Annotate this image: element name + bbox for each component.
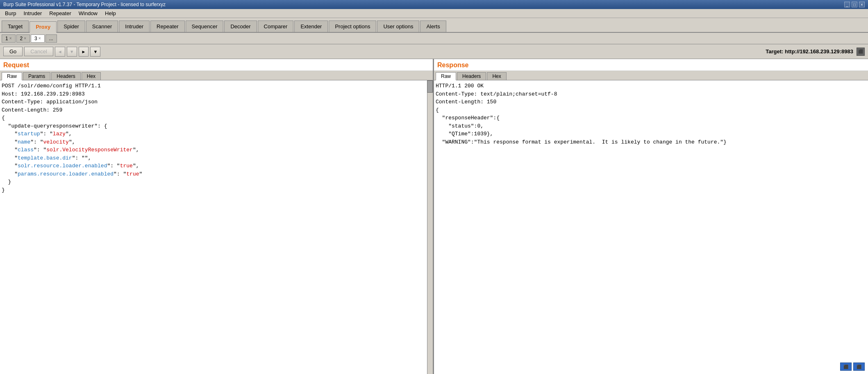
menubar-item-burp[interactable]: Burp [2,9,19,17]
main-tabs: TargetProxySpiderScannerIntruderRepeater… [0,18,868,33]
response-tab-hex[interactable]: Hex [487,72,506,80]
request-scroll-thumb[interactable] [427,80,433,93]
response-line: "responseHeader":{ [436,114,866,122]
sub-tab-close-2[interactable]: × [24,36,26,41]
response-title: Response [434,59,868,71]
request-tabs: RawParamsHeadersHex [0,71,433,80]
request-scrollbar[interactable] [427,80,433,374]
request-line: "template.base.dir": "", [2,154,425,162]
menubar: BurpIntruderRepeaterWindowHelp [0,9,868,18]
main-tab-spider[interactable]: Spider [57,21,85,32]
main-tab-repeater[interactable]: Repeater [150,21,184,32]
response-tab-headers[interactable]: Headers [457,72,486,80]
request-line: "solr.resource.loader.enabled": "true", [2,162,425,170]
menubar-item-window[interactable]: Window [75,9,101,17]
menubar-item-help[interactable]: Help [102,9,119,17]
maximize-button[interactable]: □ [852,2,857,7]
content-area: Request RawParamsHeadersHex POST /solr/d… [0,59,868,374]
response-line: { [436,106,866,114]
menubar-item-repeater[interactable]: Repeater [46,9,74,17]
main-tab-comparer[interactable]: Comparer [258,21,294,32]
minimize-button[interactable]: _ [844,2,850,7]
request-text: POST /solr/demo/config HTTP/1.1Host: 192… [2,82,425,194]
nav-back-button[interactable]: ◄ [55,47,65,57]
request-line: Host: 192.168.239.129:8983 [2,90,425,98]
cancel-button[interactable]: Cancel [24,47,53,56]
request-line: } [2,178,425,186]
sub-tab-close-1[interactable]: × [9,36,12,41]
main-tab-scanner[interactable]: Scanner [86,21,118,32]
sub-tabs: 1 ×2 ×3 ×... [0,33,868,44]
request-tab-params[interactable]: Params [23,72,50,80]
request-line: } [2,186,425,194]
response-tabs: RawHeadersHex [434,71,868,80]
main-tab-target[interactable]: Target [2,21,29,32]
request-line: Content-Length: 259 [2,106,425,114]
request-line: "class": "solr.VelocityResponseWriter", [2,146,425,154]
response-panel: Response RawHeadersHex HTTP/1.1 200 OKCo… [434,59,868,374]
bottom-icon-1[interactable]: ⬛ [840,363,852,371]
request-title: Request [0,59,433,71]
sub-tab-2[interactable]: 2 × [16,34,30,43]
response-line: "QTime":1039}, [436,130,866,138]
bottom-icon-2[interactable]: ⬛ [853,363,865,371]
sub-tab-more[interactable]: ... [45,34,57,43]
main-tab-extender[interactable]: Extender [294,21,328,32]
main-tab-alerts[interactable]: Alerts [420,21,446,32]
bottom-bar: ⬛ ⬛ [840,363,865,371]
request-tab-hex[interactable]: Hex [82,72,101,80]
request-panel: Request RawParamsHeadersHex POST /solr/d… [0,59,434,374]
main-tab-intruder[interactable]: Intruder [119,21,150,32]
response-content[interactable]: HTTP/1.1 200 OKContent-Type: text/plain;… [434,80,868,374]
sub-tab-close-3[interactable]: × [39,36,41,41]
request-content[interactable]: POST /solr/demo/config HTTP/1.1Host: 192… [0,80,433,374]
nav-forward-button[interactable]: ► [79,47,89,57]
request-line: { [2,114,425,122]
response-line: Content-Type: text/plain;charset=utf-8 [436,90,866,98]
request-tab-raw[interactable]: Raw [2,72,22,80]
response-tab-raw[interactable]: Raw [436,72,456,80]
request-line: Content-Type: application/json [2,98,425,106]
request-line: "startup": "lazy", [2,130,425,138]
main-tab-sequencer[interactable]: Sequencer [186,21,224,32]
main-tab-decoder[interactable]: Decoder [224,21,257,32]
target-prefix: Target: [766,48,785,55]
response-line: HTTP/1.1 200 OK [436,82,866,90]
titlebar: Burp Suite Professional v1.7.37 - Tempor… [0,0,868,9]
request-line: "params.resource.loader.enabled": "true" [2,170,425,178]
request-line: POST /solr/demo/config HTTP/1.1 [2,82,425,90]
main-tab-project-options[interactable]: Project options [329,21,376,32]
target-label: Target: http://192.168.239.129:8983 [766,48,853,55]
request-line: "update-queryresponsewriter": { [2,122,425,130]
close-button[interactable]: × [859,2,865,7]
main-tab-proxy[interactable]: Proxy [30,21,57,33]
titlebar-title: Burp Suite Professional v1.7.37 - Tempor… [3,2,166,7]
response-line: Content-Length: 150 [436,98,866,106]
titlebar-controls[interactable]: _ □ × [844,2,865,7]
response-line: "WARNING":"This response format is exper… [436,138,866,146]
nav-back-dropdown[interactable]: ▼ [67,47,77,57]
nav-forward-dropdown[interactable]: ▼ [90,47,100,57]
toolbar: Go Cancel ◄ ▼ ► ▼ Target: http://192.168… [0,44,868,59]
target-value: http://192.168.239.129:8983 [785,48,853,55]
main-tab-user-options[interactable]: User options [377,21,419,32]
target-icon[interactable]: ⬛ [857,48,865,56]
menubar-item-intruder[interactable]: Intruder [20,9,45,17]
request-tab-headers[interactable]: Headers [51,72,80,80]
response-line: "status":0, [436,122,866,130]
sub-tab-1[interactable]: 1 × [2,34,16,43]
go-button[interactable]: Go [3,47,23,56]
request-line: "name": "velocity", [2,138,425,146]
sub-tab-3[interactable]: 3 × [31,34,45,43]
